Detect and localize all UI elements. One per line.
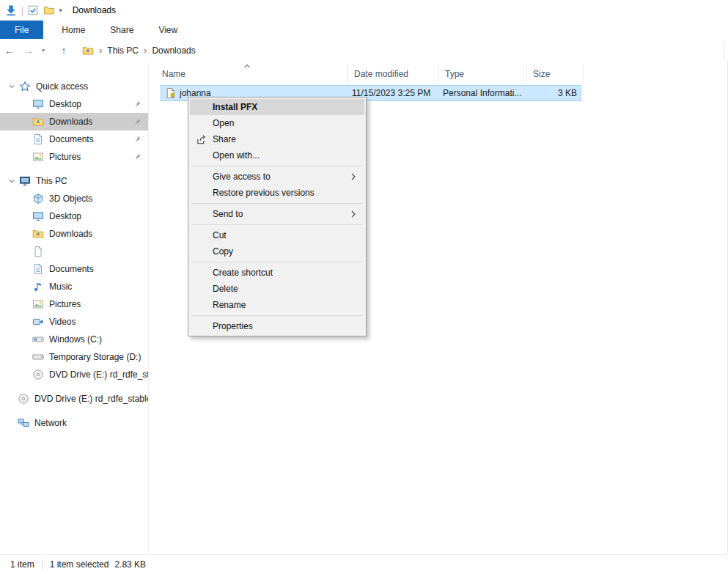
- tab-home[interactable]: Home: [49, 21, 98, 39]
- drive-icon: [32, 351, 44, 363]
- sidebar-item-temporary-storage-d[interactable]: Temporary Storage (D:): [0, 348, 148, 366]
- sidebar-item-label: Videos: [49, 317, 76, 327]
- this-pc-icon: [19, 175, 31, 187]
- explorer-window: | ▾ Downloads File Home Share View ← → ▾…: [0, 0, 728, 574]
- status-selected-size: 2.83 KB: [114, 559, 146, 570]
- menu-item-rename[interactable]: Rename: [190, 297, 364, 313]
- menu-item-send-to[interactable]: Send to: [190, 206, 364, 222]
- tab-file[interactable]: File: [0, 21, 43, 39]
- column-label: Size: [533, 69, 550, 79]
- pin-icon: [133, 117, 141, 126]
- sidebar-item-downloads-pinned[interactable]: Downloads: [0, 113, 148, 130]
- menu-item-open[interactable]: Open: [190, 115, 364, 131]
- menu-item-cut[interactable]: Cut: [190, 227, 364, 243]
- menu-item-label: Create shortcut: [213, 268, 273, 278]
- menu-item-label: Open: [213, 118, 234, 128]
- column-label: Name: [162, 69, 185, 79]
- sidebar-item-label: Pictures: [49, 152, 81, 162]
- sidebar-item-documents-pinned[interactable]: Documents: [0, 130, 148, 148]
- sidebar-item-dvd-drive-e-root[interactable]: DVD Drive (E:) rd_rdfe_stable.T: [0, 390, 148, 408]
- menu-item-give-access-to[interactable]: Give access to: [190, 169, 364, 185]
- up-button[interactable]: ↑: [54, 45, 73, 56]
- column-header-name[interactable]: Name: [156, 65, 348, 84]
- column-header-size[interactable]: Size: [527, 65, 584, 84]
- recent-locations-chevron-icon[interactable]: ▾: [38, 47, 48, 54]
- menu-item-label: Send to: [213, 209, 243, 219]
- pictures-icon: [32, 298, 44, 310]
- menu-item-label: Copy: [213, 246, 233, 257]
- sidebar-item-desktop[interactable]: Desktop: [0, 207, 148, 225]
- status-bar-divider: [42, 559, 43, 570]
- column-header-type[interactable]: Type: [439, 65, 527, 84]
- sidebar-item-label: Quick access: [36, 81, 88, 92]
- sidebar-item-windows-c[interactable]: Windows (C:): [0, 331, 148, 348]
- column-label: Type: [445, 69, 464, 79]
- quick-access-star-icon: [19, 81, 31, 92]
- sidebar-item-pictures[interactable]: Pictures: [0, 295, 148, 313]
- properties-quick-button[interactable]: [27, 4, 39, 16]
- breadcrumb-separator-icon: ›: [99, 45, 102, 56]
- windows-drive-icon: [32, 334, 44, 345]
- downloads-folder-icon: [32, 228, 44, 240]
- pictures-icon: [32, 151, 44, 163]
- menu-separator: [191, 224, 363, 225]
- chevron-down-icon[interactable]: [8, 177, 15, 185]
- sidebar-item-dvd-drive-e[interactable]: DVD Drive (E:) rd_rdfe_stable: [0, 366, 148, 383]
- menu-item-open-with[interactable]: Open with...: [190, 147, 364, 163]
- menu-item-install-pfx[interactable]: Install PFX: [190, 99, 364, 115]
- menu-item-delete[interactable]: Delete: [190, 281, 364, 297]
- status-item-count: 1 item: [10, 559, 34, 570]
- breadcrumb-this-pc[interactable]: This PC: [107, 45, 139, 56]
- tab-share[interactable]: Share: [98, 21, 146, 39]
- sidebar-item-label: Downloads: [49, 117, 92, 127]
- downloads-folder-icon: [32, 116, 44, 128]
- sidebar-item-pictures-pinned[interactable]: Pictures: [0, 148, 148, 166]
- menu-item-properties[interactable]: Properties: [190, 318, 364, 334]
- menu-item-share[interactable]: Share: [190, 131, 364, 147]
- menu-item-label: Install PFX: [213, 102, 257, 112]
- customize-toolbar-chevron-icon[interactable]: ▾: [59, 7, 62, 14]
- breadcrumb-downloads[interactable]: Downloads: [152, 45, 195, 56]
- documents-icon: [32, 263, 44, 275]
- address-bar: ← → ▾ ↑ › This PC › Downloads: [0, 39, 728, 62]
- sidebar-item-network[interactable]: Network: [0, 414, 148, 432]
- sidebar-item-documents[interactable]: Documents: [0, 260, 148, 278]
- menu-item-restore-previous-versions[interactable]: Restore previous versions: [190, 185, 364, 201]
- sidebar-item-label: Temporary Storage (D:): [49, 352, 141, 362]
- column-header-date-modified[interactable]: Date modified: [348, 65, 439, 84]
- menu-item-label: Delete: [213, 284, 238, 294]
- sidebar-item-quick-access[interactable]: Quick access: [0, 78, 148, 95]
- sidebar-item-music[interactable]: Music: [0, 278, 148, 295]
- tab-view[interactable]: View: [146, 21, 190, 39]
- sidebar-item-label: DVD Drive (E:) rd_rdfe_stable.T: [34, 394, 148, 404]
- chevron-down-icon[interactable]: [8, 83, 15, 90]
- sidebar-item-3d-objects[interactable]: 3D Objects: [0, 190, 148, 207]
- sidebar-item-blank[interactable]: [0, 243, 148, 260]
- menu-item-label: Rename: [213, 300, 246, 310]
- sidebar-item-label: 3D Objects: [49, 194, 92, 204]
- sidebar-item-desktop-pinned[interactable]: Desktop: [0, 95, 148, 113]
- file-icon: [32, 246, 44, 257]
- 3d-objects-icon: [32, 193, 44, 205]
- title-bar: | ▾ Downloads: [0, 0, 728, 21]
- submenu-arrow-icon: [349, 172, 358, 181]
- sidebar-item-videos[interactable]: Videos: [0, 313, 148, 331]
- sidebar-item-label: Network: [34, 418, 67, 428]
- sidebar-item-this-pc[interactable]: This PC: [0, 172, 148, 190]
- pin-icon: [133, 152, 141, 161]
- sidebar-item-label: DVD Drive (E:) rd_rdfe_stable: [49, 369, 148, 380]
- desktop-icon: [32, 98, 44, 110]
- menu-item-create-shortcut[interactable]: Create shortcut: [190, 265, 364, 281]
- forward-button[interactable]: →: [19, 45, 38, 56]
- window-title: Downloads: [73, 5, 116, 15]
- sidebar-item-downloads[interactable]: Downloads: [0, 225, 148, 243]
- navigation-pane: Quick access Desktop Downloads Documents…: [0, 62, 148, 554]
- quick-access-toolbar-separator: |: [21, 5, 23, 15]
- sidebar-item-label: Documents: [49, 264, 94, 274]
- menu-item-copy[interactable]: Copy: [190, 243, 364, 260]
- context-menu: Install PFX Open Share Open with... Give…: [188, 97, 367, 336]
- back-button[interactable]: ←: [0, 45, 19, 56]
- ribbon-tabs: File Home Share View: [0, 21, 728, 39]
- new-folder-quick-button[interactable]: [43, 4, 55, 16]
- search-box-edge: [724, 42, 724, 59]
